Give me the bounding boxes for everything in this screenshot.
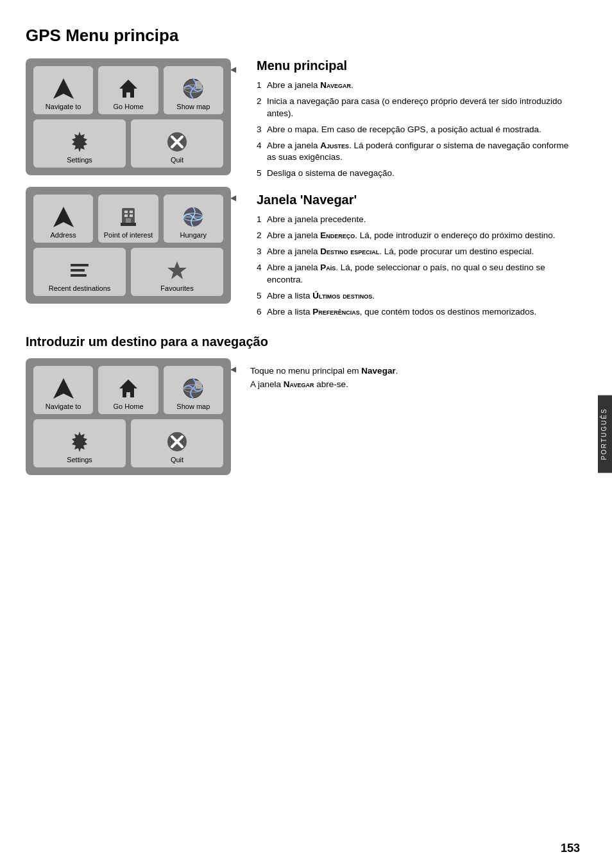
svg-rect-21	[71, 264, 89, 266]
list-item: Abre a janela Ajustes. Lá poderá configu…	[257, 140, 580, 164]
list-item: Abre o mapa. Em caso de recepção GPS, a …	[257, 124, 580, 136]
menu-principal-list: Abre a janela Navegar. Inicia a navegaçã…	[257, 80, 580, 180]
svg-rect-15	[130, 214, 133, 217]
show-map-button-2[interactable]: Show map	[164, 366, 223, 414]
show-map-button[interactable]: Show map	[164, 66, 223, 114]
list-item: Abre a lista Preferências, que contém to…	[257, 306, 580, 318]
list-item: Abre a janela Endereço. Lá, pode introdu…	[257, 230, 580, 242]
menu-row: Recent destinations Favourites	[33, 248, 223, 296]
svg-rect-12	[124, 211, 128, 213]
svg-marker-24	[167, 261, 187, 279]
quit-button[interactable]: Quit	[131, 119, 223, 168]
show-map-label-2: Show map	[176, 403, 210, 410]
svg-rect-22	[71, 269, 85, 272]
bottom-text: Toque no menu principal em Navegar. A ja…	[250, 358, 580, 487]
bold-ajustes: Ajustes	[320, 141, 349, 150]
svg-rect-5	[196, 81, 202, 89]
navigate-to-button[interactable]: Navigate to	[33, 66, 93, 114]
bold-preferencias: Preferências	[312, 307, 360, 317]
list-item: Inicia a navegação para casa (o endereço…	[257, 96, 580, 120]
list-item: Abre a lista Últimos destinos.	[257, 290, 580, 302]
hungary-label: Hungary	[180, 231, 207, 239]
menu-panel-3: Navigate to Go Home	[26, 358, 231, 475]
svg-marker-26	[119, 379, 137, 397]
bottom-title: Introduzir um destino para a navegação	[26, 334, 580, 349]
list-item: Abre a janela Destino especial. Lá, pode…	[257, 246, 580, 258]
svg-rect-17	[121, 223, 136, 226]
bold-destino: Destino especial	[320, 247, 379, 256]
svg-rect-14	[124, 214, 128, 217]
page-number: 153	[561, 842, 580, 855]
quit-label-2: Quit	[171, 456, 183, 464]
janela-navegar-title: Janela 'Navegar'	[257, 193, 580, 207]
menu-row: Settings Quit	[33, 119, 223, 168]
janela-navegar-list: Abre a janela precedente. Abre a janela …	[257, 214, 580, 318]
settings-label-2: Settings	[67, 456, 92, 464]
bold-pais: País	[320, 263, 336, 272]
bottom-paragraph-1: Toque no menu principal em Navegar.	[250, 365, 580, 378]
bottom-paragraph-2: A janela Navegar abre-se.	[250, 378, 580, 391]
svg-rect-30	[196, 381, 202, 388]
address-label: Address	[50, 231, 76, 239]
svg-marker-25	[53, 378, 74, 399]
side-tab: PORTUGUÊS	[598, 395, 612, 473]
svg-rect-23	[71, 274, 87, 277]
poi-button[interactable]: Point of interest	[98, 195, 158, 243]
navigate-to-label-2: Navigate to	[46, 403, 81, 410]
bold-endereco: Endereço	[320, 230, 355, 240]
svg-rect-16	[126, 218, 131, 223]
menu-row: Settings Quit	[33, 419, 223, 467]
bold-ultimos: Últimos destinos	[312, 291, 372, 300]
settings-label: Settings	[67, 156, 92, 164]
bold-navegar-2: Navegar	[361, 366, 395, 376]
settings-button-2[interactable]: Settings	[33, 419, 126, 467]
address-button[interactable]: Address	[33, 195, 93, 243]
go-home-button-2[interactable]: Go Home	[98, 366, 158, 414]
recent-destinations-button[interactable]: Recent destinations	[33, 248, 126, 296]
navigate-to-label: Navigate to	[46, 103, 81, 110]
bold-navegar-3: Navegar	[284, 379, 314, 389]
bold-navegar: Navegar	[320, 80, 351, 90]
bottom-layout: Navigate to Go Home	[26, 358, 580, 487]
menu-row: Navigate to Go Home	[33, 66, 223, 114]
settings-button[interactable]: Settings	[33, 119, 126, 168]
svg-marker-0	[53, 78, 74, 99]
menu-row: Address Point of interest	[33, 195, 223, 243]
navigate-to-button-2[interactable]: Navigate to	[33, 366, 93, 414]
quit-label: Quit	[171, 156, 183, 164]
recent-destinations-label: Recent destinations	[49, 284, 111, 292]
menu-principal-title: Menu principal	[257, 58, 580, 73]
svg-rect-13	[130, 211, 133, 213]
go-home-button[interactable]: Go Home	[98, 66, 158, 114]
right-column: Menu principal Abre a janela Navegar. In…	[257, 58, 580, 318]
left-column: Navigate to Go Home	[26, 58, 244, 315]
favourites-label: Favourites	[160, 284, 193, 292]
quit-button-2[interactable]: Quit	[131, 419, 223, 467]
hungary-button[interactable]: Hungary	[164, 195, 223, 243]
menu-panel-1: Navigate to Go Home	[26, 58, 231, 175]
list-item: Abre a janela País. Lá, pode seleccionar…	[257, 262, 580, 286]
show-map-label: Show map	[176, 103, 210, 110]
bottom-section: Introduzir um destino para a navegação N…	[26, 334, 580, 487]
list-item: Abre a janela precedente.	[257, 214, 580, 226]
page-title: GPS Menu principa	[26, 26, 580, 46]
poi-label: Point of interest	[104, 231, 153, 239]
list-item: Desliga o sistema de navegação.	[257, 168, 580, 180]
favourites-button[interactable]: Favourites	[131, 248, 223, 296]
menu-row: Navigate to Go Home	[33, 366, 223, 414]
list-item: Abre a janela Navegar.	[257, 80, 580, 92]
menu-panel-2: Address Point of interest	[26, 187, 231, 304]
svg-marker-10	[53, 207, 74, 227]
go-home-label: Go Home	[113, 103, 143, 110]
svg-marker-1	[119, 80, 137, 98]
go-home-label-2: Go Home	[113, 403, 143, 410]
